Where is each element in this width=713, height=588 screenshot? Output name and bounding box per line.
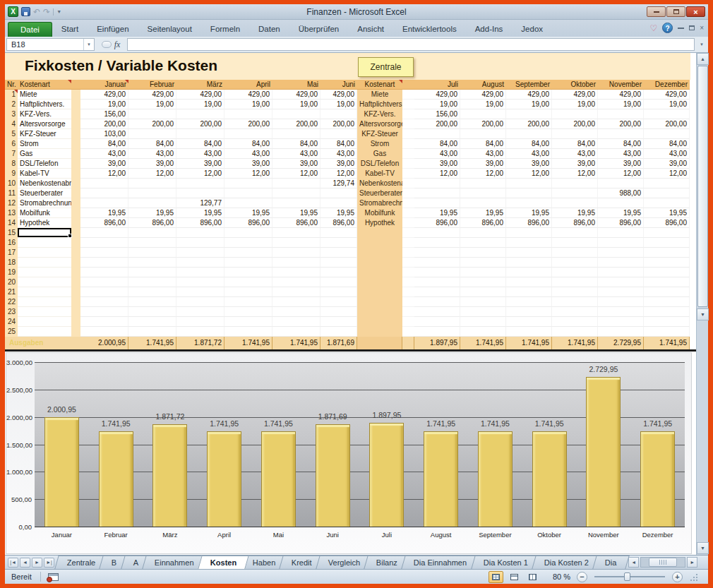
cell[interactable] <box>506 179 552 188</box>
cell[interactable]: 429,00 <box>80 90 128 100</box>
cell[interactable] <box>598 228 644 238</box>
gap-cell[interactable] <box>402 100 414 109</box>
cell[interactable]: 429,00 <box>460 90 506 100</box>
cost-name-cell[interactable]: Nebenkostenabr. <box>18 179 71 188</box>
gap-cell[interactable] <box>71 287 80 297</box>
cell[interactable] <box>414 188 460 198</box>
cell[interactable] <box>272 109 320 119</box>
row-number[interactable]: 12 <box>5 198 18 208</box>
cell[interactable]: 39,00 <box>128 159 176 169</box>
cost-name-cell[interactable]: KFZ-Vers. <box>18 109 71 119</box>
cell[interactable]: 200,00 <box>176 119 224 129</box>
cell[interactable]: 43,00 <box>506 149 552 159</box>
cell[interactable]: 19,95 <box>272 208 320 218</box>
ribbon-tab-daten[interactable]: Daten <box>249 22 289 37</box>
cell[interactable]: 896,00 <box>552 218 598 228</box>
header-kostenart-zentrale[interactable]: Kostenart <box>357 80 402 90</box>
scroll-down-icon-lower[interactable]: ▼ <box>697 542 709 554</box>
gap-cell[interactable] <box>402 228 414 238</box>
cell[interactable] <box>80 179 128 188</box>
cell[interactable] <box>644 179 690 188</box>
cell[interactable] <box>552 228 598 238</box>
cell[interactable] <box>80 188 128 198</box>
row-number[interactable]: 17 <box>5 248 18 258</box>
cell[interactable] <box>414 198 460 208</box>
cell[interactable]: 43,00 <box>224 149 272 159</box>
cost-name-cell[interactable] <box>18 297 71 307</box>
close-workbook-icon[interactable]: × <box>700 25 704 32</box>
bar-mai[interactable] <box>261 431 296 527</box>
cell[interactable] <box>506 297 552 307</box>
cost-name-cell[interactable]: KFZ-Steuer <box>18 129 71 139</box>
cell[interactable] <box>506 268 552 277</box>
cell[interactable]: 19,00 <box>80 100 128 109</box>
cost-name-cell[interactable]: Haftplichtvers. <box>18 100 71 109</box>
cell[interactable] <box>644 317 690 327</box>
gap-cell[interactable] <box>402 317 414 327</box>
header-month-april[interactable]: April <box>224 80 272 90</box>
cell[interactable] <box>598 129 644 139</box>
cell[interactable]: 19,00 <box>128 100 176 109</box>
header-month-juni[interactable]: Juni <box>320 80 357 90</box>
row-number[interactable]: 8 <box>5 159 18 169</box>
cell[interactable] <box>272 238 320 248</box>
cell[interactable] <box>224 287 272 297</box>
cell[interactable]: 12,00 <box>414 169 460 179</box>
sum-cell[interactable]: 1.741,95 <box>644 337 690 349</box>
gap-cell[interactable] <box>71 258 80 268</box>
cell[interactable]: 200,00 <box>272 119 320 129</box>
cell[interactable]: 429,00 <box>414 90 460 100</box>
cell[interactable]: 43,00 <box>80 149 128 159</box>
sum-cell[interactable]: 1.741,95 <box>460 337 506 349</box>
ribbon-tab-start[interactable]: Start <box>52 22 88 37</box>
zentrale-name-cell[interactable]: Mobilfunk <box>357 208 402 218</box>
cell[interactable] <box>414 297 460 307</box>
cell[interactable]: 988,00 <box>598 188 644 198</box>
gap-cell[interactable] <box>71 317 80 327</box>
help-icon[interactable]: ? <box>662 23 673 33</box>
cell[interactable]: 19,00 <box>598 100 644 109</box>
cell[interactable]: 200,00 <box>644 119 690 129</box>
gap-cell[interactable] <box>402 208 414 218</box>
cell[interactable] <box>414 228 460 238</box>
bar-juli[interactable] <box>369 423 404 527</box>
gap-cell[interactable] <box>71 139 80 149</box>
cell[interactable]: 43,00 <box>128 149 176 159</box>
cell[interactable] <box>272 248 320 258</box>
gap-cell[interactable] <box>71 327 80 337</box>
scroll-left-icon[interactable]: ◄ <box>628 557 639 568</box>
cell[interactable] <box>552 248 598 258</box>
cell[interactable] <box>272 179 320 188</box>
header-month-november[interactable]: November <box>598 80 644 90</box>
row-number[interactable]: 11 <box>5 188 18 198</box>
row-number[interactable]: 19 <box>5 268 18 277</box>
formula-input[interactable] <box>127 38 695 51</box>
cell[interactable] <box>272 297 320 307</box>
gap-cell[interactable] <box>402 238 414 248</box>
cell[interactable] <box>176 228 224 238</box>
cell[interactable] <box>320 327 357 337</box>
ribbon-tab-einfügen[interactable]: Einfügen <box>88 22 138 37</box>
cell[interactable] <box>176 248 224 258</box>
cell[interactable] <box>552 109 598 119</box>
row-number[interactable]: 18 <box>5 258 18 268</box>
gap-cell[interactable] <box>71 188 80 198</box>
cell[interactable] <box>460 179 506 188</box>
gap-cell[interactable] <box>71 238 80 248</box>
name-box-dropdown-icon[interactable]: ▼ <box>83 39 94 50</box>
gap-cell[interactable] <box>402 327 414 337</box>
cell[interactable] <box>320 109 357 119</box>
zentrale-name-cell[interactable] <box>357 238 402 248</box>
sheet-tab-dia-kosten-1[interactable]: Dia Kosten 1 <box>471 556 540 569</box>
cell[interactable] <box>644 307 690 317</box>
cell[interactable] <box>272 327 320 337</box>
bar-november[interactable] <box>586 377 621 527</box>
cost-name-cell[interactable] <box>18 238 71 248</box>
ribbon-tab-add-ins[interactable]: Add-Ins <box>466 22 513 37</box>
cell[interactable] <box>414 327 460 337</box>
cell[interactable] <box>414 238 460 248</box>
cell[interactable] <box>598 109 644 119</box>
gap-cell[interactable] <box>402 159 414 169</box>
cell[interactable]: 19,00 <box>176 100 224 109</box>
zentrale-note[interactable]: Zentrale <box>358 57 414 77</box>
